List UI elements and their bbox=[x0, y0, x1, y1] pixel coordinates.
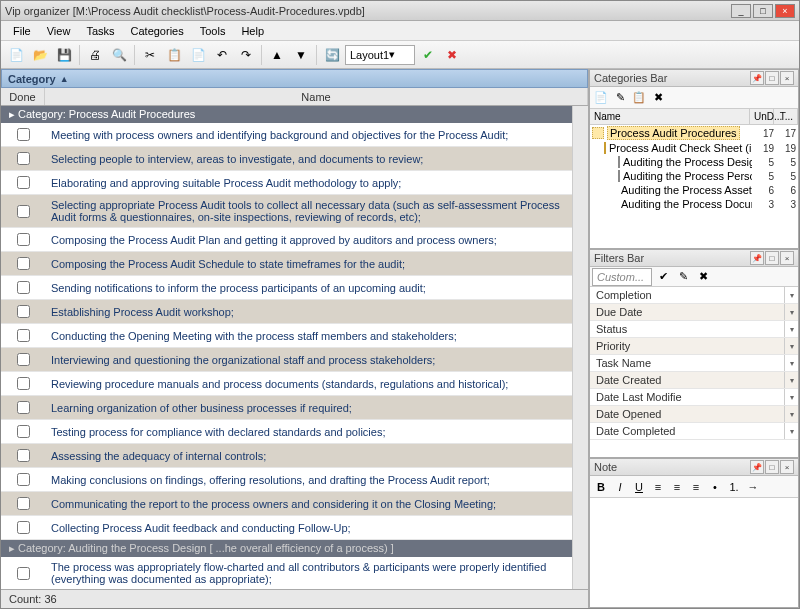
toolbar-up-icon[interactable]: ▲ bbox=[266, 44, 288, 66]
panel-close-icon[interactable]: × bbox=[780, 251, 794, 265]
menu-file[interactable]: File bbox=[5, 23, 39, 39]
dropdown-icon[interactable]: ▾ bbox=[784, 389, 798, 405]
dropdown-icon[interactable]: ▾ bbox=[784, 287, 798, 303]
dropdown-icon[interactable]: ▾ bbox=[784, 406, 798, 422]
panel-max-icon[interactable]: □ bbox=[765, 71, 779, 85]
panel-close-icon[interactable]: × bbox=[780, 460, 794, 474]
menu-tasks[interactable]: Tasks bbox=[78, 23, 122, 39]
tree-col-undone[interactable]: UnD... bbox=[750, 109, 774, 124]
task-checkbox[interactable] bbox=[17, 567, 30, 580]
toolbar-refresh-icon[interactable]: 🔄 bbox=[321, 44, 343, 66]
scrollbar[interactable] bbox=[572, 106, 588, 589]
toolbar-down-icon[interactable]: ▼ bbox=[290, 44, 312, 66]
dropdown-icon[interactable]: ▾ bbox=[784, 355, 798, 371]
note-align-center-icon[interactable]: ≡ bbox=[668, 478, 686, 496]
task-row[interactable]: Establishing Process Audit workshop; bbox=[1, 300, 572, 324]
task-row[interactable]: The process was appropriately flow-chart… bbox=[1, 557, 572, 589]
task-row[interactable]: Collecting Process Audit feedback and co… bbox=[1, 516, 572, 540]
filter-row[interactable]: Completion▾ bbox=[590, 287, 798, 304]
note-bullets-icon[interactable]: • bbox=[706, 478, 724, 496]
panel-pin-icon[interactable]: 📌 bbox=[750, 251, 764, 265]
task-row[interactable]: Interviewing and questioning the organiz… bbox=[1, 348, 572, 372]
task-checkbox[interactable] bbox=[17, 425, 30, 438]
task-checkbox[interactable] bbox=[17, 497, 30, 510]
toolbar-save-icon[interactable]: 💾 bbox=[53, 44, 75, 66]
task-row[interactable]: Sending notifications to inform the proc… bbox=[1, 276, 572, 300]
panel-max-icon[interactable]: □ bbox=[765, 251, 779, 265]
category-group-header[interactable]: Category ▲ bbox=[1, 69, 588, 88]
note-numbers-icon[interactable]: 1. bbox=[725, 478, 743, 496]
task-row[interactable]: Communicating the report to the process … bbox=[1, 492, 572, 516]
task-row[interactable]: Selecting people to interview, areas to … bbox=[1, 147, 572, 171]
task-row[interactable]: Reviewing procedure manuals and process … bbox=[1, 372, 572, 396]
dropdown-icon[interactable]: ▾ bbox=[784, 372, 798, 388]
task-checkbox[interactable] bbox=[17, 329, 30, 342]
filter-preset-combo[interactable]: Custom... bbox=[592, 268, 652, 286]
task-row[interactable]: Learning organization of other business … bbox=[1, 396, 572, 420]
task-row[interactable]: Composing the Process Audit Plan and get… bbox=[1, 228, 572, 252]
filter-apply-icon[interactable]: ✔ bbox=[654, 268, 672, 286]
dropdown-icon[interactable]: ▾ bbox=[784, 321, 798, 337]
tree-row[interactable]: Auditing the Process Personnel55 bbox=[590, 169, 798, 183]
filter-row[interactable]: Date Completed▾ bbox=[590, 423, 798, 440]
tree-row[interactable]: Process Audit Check Sheet (inspecting th… bbox=[590, 141, 798, 155]
col-done[interactable]: Done bbox=[1, 88, 45, 105]
filter-row[interactable]: Date Created▾ bbox=[590, 372, 798, 389]
note-indent-icon[interactable]: → bbox=[744, 478, 762, 496]
task-checkbox[interactable] bbox=[17, 353, 30, 366]
category-row[interactable]: ▸ Category: Auditing the Process Design … bbox=[1, 540, 572, 557]
task-checkbox[interactable] bbox=[17, 473, 30, 486]
layout-combo[interactable]: Layout1 ▾ bbox=[345, 45, 415, 65]
filter-row[interactable]: Status▾ bbox=[590, 321, 798, 338]
filter-edit-icon[interactable]: ✎ bbox=[674, 268, 692, 286]
task-checkbox[interactable] bbox=[17, 257, 30, 270]
task-checkbox[interactable] bbox=[17, 128, 30, 141]
panel-pin-icon[interactable]: 📌 bbox=[750, 71, 764, 85]
note-align-left-icon[interactable]: ≡ bbox=[649, 478, 667, 496]
category-row[interactable]: ▸ Category: Process Audit Procedures bbox=[1, 106, 572, 123]
menu-tools[interactable]: Tools bbox=[192, 23, 234, 39]
toolbar-delete-icon[interactable]: ✖ bbox=[441, 44, 463, 66]
panel-close-icon[interactable]: × bbox=[780, 71, 794, 85]
filter-row[interactable]: Task Name▾ bbox=[590, 355, 798, 372]
cat-paste-icon[interactable]: 📋 bbox=[630, 89, 648, 107]
filter-row[interactable]: Date Opened▾ bbox=[590, 406, 798, 423]
toolbar-redo-icon[interactable]: ↷ bbox=[235, 44, 257, 66]
panel-pin-icon[interactable]: 📌 bbox=[750, 460, 764, 474]
maximize-button[interactable]: □ bbox=[753, 4, 773, 18]
toolbar-copy-icon[interactable]: 📋 bbox=[163, 44, 185, 66]
toolbar-undo-icon[interactable]: ↶ bbox=[211, 44, 233, 66]
tree-row[interactable]: Process Audit Procedures1717 bbox=[590, 125, 798, 141]
minimize-button[interactable]: _ bbox=[731, 4, 751, 18]
tree-row[interactable]: Auditing the Process Design55 bbox=[590, 155, 798, 169]
task-checkbox[interactable] bbox=[17, 305, 30, 318]
tree-col-total[interactable]: T... bbox=[774, 109, 798, 124]
task-row[interactable]: Testing process for compliance with decl… bbox=[1, 420, 572, 444]
menu-help[interactable]: Help bbox=[233, 23, 272, 39]
cat-edit-icon[interactable]: ✎ bbox=[611, 89, 629, 107]
task-row[interactable]: Making conclusions on findings, offering… bbox=[1, 468, 572, 492]
task-checkbox[interactable] bbox=[17, 281, 30, 294]
note-bold-icon[interactable]: B bbox=[592, 478, 610, 496]
task-row[interactable]: Conducting the Opening Meeting with the … bbox=[1, 324, 572, 348]
task-checkbox[interactable] bbox=[17, 521, 30, 534]
menu-categories[interactable]: Categories bbox=[123, 23, 192, 39]
panel-max-icon[interactable]: □ bbox=[765, 460, 779, 474]
task-checkbox[interactable] bbox=[17, 152, 30, 165]
toolbar-check-icon[interactable]: ✔ bbox=[417, 44, 439, 66]
note-align-right-icon[interactable]: ≡ bbox=[687, 478, 705, 496]
dropdown-icon[interactable]: ▾ bbox=[784, 423, 798, 439]
tree-row[interactable]: Auditing the Process Documentation33 bbox=[590, 197, 798, 211]
toolbar-cut-icon[interactable]: ✂ bbox=[139, 44, 161, 66]
note-editor[interactable] bbox=[590, 498, 798, 607]
task-checkbox[interactable] bbox=[17, 377, 30, 390]
tree-col-name[interactable]: Name bbox=[590, 109, 750, 124]
toolbar-paste-icon[interactable]: 📄 bbox=[187, 44, 209, 66]
task-row[interactable]: Meeting with process owners and identify… bbox=[1, 123, 572, 147]
cat-new-icon[interactable]: 📄 bbox=[592, 89, 610, 107]
note-underline-icon[interactable]: U bbox=[630, 478, 648, 496]
task-checkbox[interactable] bbox=[17, 176, 30, 189]
task-checkbox[interactable] bbox=[17, 449, 30, 462]
filter-clear-icon[interactable]: ✖ bbox=[694, 268, 712, 286]
task-row[interactable]: Elaborating and approving suitable Proce… bbox=[1, 171, 572, 195]
